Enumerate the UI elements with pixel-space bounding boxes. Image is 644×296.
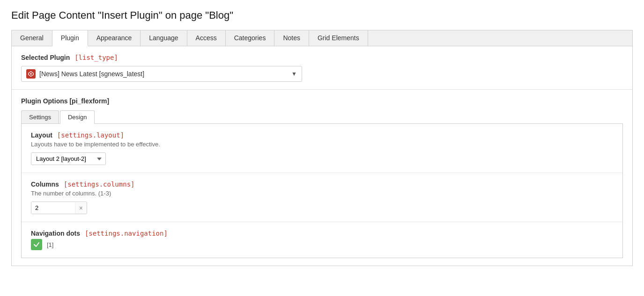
navigation-dots-section: Navigation dots [settings.navigation] [1… <box>22 222 622 258</box>
layout-label: Layout [settings.layout] <box>31 131 613 139</box>
selected-plugin-title: Selected Plugin [list_type] <box>21 54 623 61</box>
layout-description: Layouts have to be implemented to be eff… <box>31 141 613 148</box>
plugin-options-field-key: [pi_flexform] <box>69 97 109 105</box>
navigation-dots-row: [1] <box>31 239 613 250</box>
inner-tabs-bar: Settings Design <box>21 110 623 124</box>
navigation-dots-value: [1] <box>47 241 53 248</box>
inner-tab-content: Layout [settings.layout] Layouts have to… <box>21 124 623 258</box>
selected-plugin-field-key: [list_type] <box>74 54 118 61</box>
columns-input-wrapper: × <box>31 202 87 214</box>
inner-tab-design[interactable]: Design <box>60 110 95 124</box>
chevron-down-icon: ▼ <box>291 71 297 77</box>
inner-tab-settings[interactable]: Settings <box>21 110 59 123</box>
navigation-dots-checkbox[interactable] <box>31 239 42 250</box>
tab-plugin[interactable]: Plugin <box>52 30 88 46</box>
layout-select[interactable]: Layout 1 [layout-1] Layout 2 [layout-2] … <box>31 152 106 165</box>
plugin-options-title: Plugin Options [pi_flexform] <box>21 97 623 105</box>
plugin-options-section: Plugin Options [pi_flexform] Settings De… <box>12 90 632 266</box>
columns-input[interactable] <box>31 202 75 214</box>
tab-grid-elements[interactable]: Grid Elements <box>309 30 368 46</box>
tab-categories[interactable]: Categories <box>226 30 275 46</box>
navigation-dots-field-key: [settings.navigation] <box>85 230 168 237</box>
columns-description: The number of columns. (1-3) <box>31 190 613 197</box>
columns-field-section: Columns [settings.columns] The number of… <box>22 173 622 222</box>
columns-label: Columns [settings.columns] <box>31 180 613 188</box>
svg-point-1 <box>30 73 32 75</box>
tab-access[interactable]: Access <box>187 30 226 46</box>
layout-field-section: Layout [settings.layout] Layouts have to… <box>22 124 622 173</box>
tab-appearance[interactable]: Appearance <box>88 30 141 46</box>
layout-field-key: [settings.layout] <box>57 131 124 139</box>
columns-field-key: [settings.columns] <box>64 180 135 188</box>
page-title: Edit Page Content "Insert Plugin" on pag… <box>11 9 633 22</box>
selected-plugin-section: Selected Plugin [list_type] [News] News … <box>12 46 632 90</box>
plugin-select-value: [News] News Latest [sgnews_latest] <box>39 70 144 78</box>
plugin-select-dropdown[interactable]: [News] News Latest [sgnews_latest] ▼ <box>21 66 302 82</box>
tab-general[interactable]: General <box>12 30 52 46</box>
content-area: Selected Plugin [list_type] [News] News … <box>11 46 633 266</box>
tab-notes[interactable]: Notes <box>274 30 309 46</box>
plugin-select-wrapper: [News] News Latest [sgnews_latest] ▼ <box>21 66 623 82</box>
tab-language[interactable]: Language <box>141 30 187 46</box>
columns-clear-button[interactable]: × <box>75 202 87 214</box>
navigation-dots-label: Navigation dots [settings.navigation] <box>31 230 613 237</box>
top-tabs-bar: General Plugin Appearance Language Acces… <box>11 30 633 46</box>
plugin-type-icon <box>26 69 36 79</box>
